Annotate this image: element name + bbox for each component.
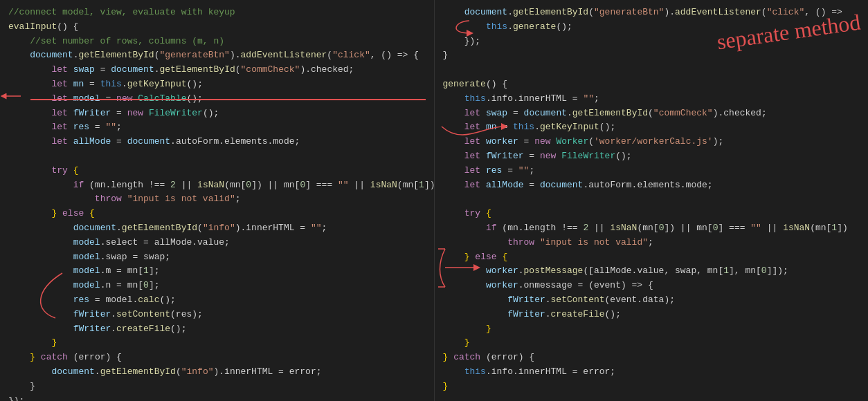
- code-line: //set number of rows, columns (m, n): [8, 35, 426, 49]
- code-line: generate() {: [443, 77, 860, 92]
- code-line: }: [443, 380, 860, 394]
- code-line: let swap = document.getElementById("comm…: [443, 106, 860, 121]
- code-line: let mn = this.getKeyInput();: [8, 77, 426, 92]
- code-line: fWriter.setContent(event.data);: [443, 293, 860, 308]
- code-line: document.getElementById("info").innerHTM…: [8, 221, 426, 236]
- code-line: let mn = this.getKeyInput();: [443, 120, 860, 135]
- code-line: fWriter.createFile();: [443, 308, 860, 322]
- code-line: throw "input is not valid";: [443, 236, 860, 250]
- code-line: fWriter.createFile();: [8, 322, 426, 337]
- code-line: if (mn.length !== 2 || isNaN(mn[0]) || m…: [8, 178, 426, 193]
- code-line: let worker = new Worker('worker/workerCa…: [443, 135, 860, 149]
- code-line: let fWriter = new FileWriter();: [8, 106, 426, 121]
- code-line: let res = "";: [443, 164, 860, 178]
- code-line: }: [443, 336, 860, 351]
- code-line: } else {: [443, 250, 860, 265]
- code-line: } else {: [8, 207, 426, 221]
- code-line: model.swap = swap;: [8, 250, 426, 265]
- code-line: [443, 63, 860, 77]
- code-line: model.n = mn[0];: [8, 279, 426, 293]
- code-line: } catch (error) {: [8, 351, 426, 365]
- code-line: let allMode = document.autoForm.elements…: [8, 135, 426, 149]
- code-line: document.getElementById("generateBtn").a…: [443, 6, 860, 20]
- code-line: let fWriter = new FileWriter();: [443, 149, 860, 164]
- code-line: [8, 149, 426, 164]
- right-code-pane: separate method document.getElementById(…: [435, 0, 869, 401]
- code-line: this.generate();: [443, 20, 860, 35]
- code-line: }: [8, 380, 426, 394]
- code-line: }: [443, 322, 860, 337]
- code-line: });: [443, 35, 860, 49]
- code-line: if (mn.length !== 2 || isNaN(mn[0]) || m…: [443, 221, 860, 236]
- code-line: throw "input is not valid";: [8, 192, 426, 207]
- code-line: model.select = allMode.value;: [8, 236, 426, 250]
- left-code-pane: //connect model, view, evaluate with key…: [0, 0, 435, 401]
- code-line: fWriter.setContent(res);: [8, 308, 426, 322]
- code-line: let allMode = document.autoForm.elements…: [443, 178, 860, 193]
- code-line: model.m = mn[1];: [8, 264, 426, 279]
- code-line: this.info.innerHTML = error;: [443, 365, 860, 380]
- code-line: this.info.innerHTML = "";: [443, 92, 860, 106]
- code-line: //connect model, view, evaluate with key…: [8, 6, 426, 20]
- code-line: worker.postMessage([allMode.value, swap,…: [443, 264, 860, 279]
- code-line: evalInput() {: [8, 20, 426, 35]
- code-line: try {: [443, 207, 860, 221]
- code-line: document.getElementById("info").innerHTM…: [8, 365, 426, 380]
- code-line: }: [443, 48, 860, 63]
- code-line: let swap = document.getElementById("comm…: [8, 63, 426, 77]
- code-line: try {: [8, 164, 426, 178]
- code-line: document.getElementById("generateBtn").a…: [8, 48, 426, 63]
- code-line: [443, 192, 860, 207]
- code-line: res = model.calc();: [8, 293, 426, 308]
- code-line-strikethrough: let model = new CalcTable();: [8, 92, 426, 106]
- code-line: } catch (error) {: [443, 351, 860, 365]
- code-line: worker.onmessage = (event) => {: [443, 279, 860, 293]
- code-line: }: [8, 336, 426, 351]
- code-line: let res = "";: [8, 120, 426, 135]
- code-line: });: [8, 394, 426, 401]
